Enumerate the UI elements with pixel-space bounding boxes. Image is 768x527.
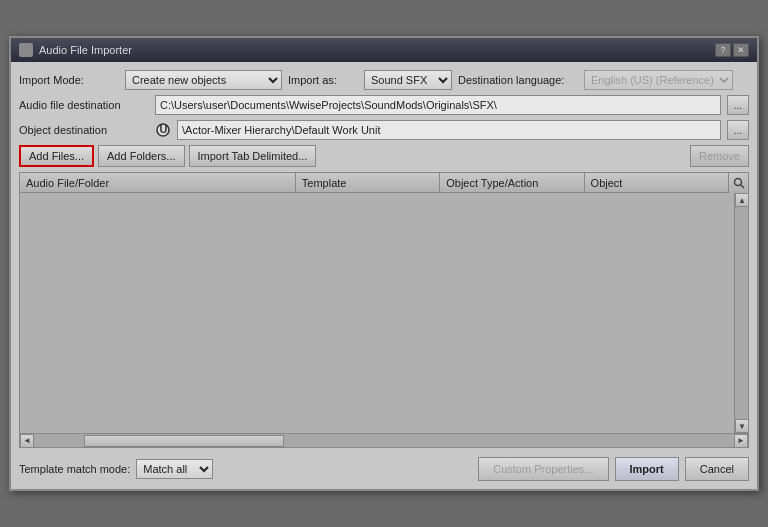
close-button[interactable]: ✕ <box>733 43 749 57</box>
column-object: Object <box>585 173 728 192</box>
column-object-type-action: Object Type/Action <box>440 173 584 192</box>
title-bar-controls: ? ✕ <box>715 43 749 57</box>
add-files-button[interactable]: Add Files... <box>19 145 94 167</box>
object-destination-row: Object destination U ... <box>19 120 749 140</box>
svg-line-3 <box>740 185 744 189</box>
import-button[interactable]: Import <box>615 457 679 481</box>
template-match-mode-select[interactable]: Match allMatch any <box>136 459 213 479</box>
import-tab-delimited-button[interactable]: Import Tab Delimited... <box>189 145 317 167</box>
actor-mixer-icon: U <box>155 122 171 138</box>
destination-language-select: English (US) (Reference) <box>584 70 733 90</box>
destination-language-label: Destination language: <box>458 74 578 86</box>
audio-file-destination-row: Audio file destination ... <box>19 95 749 115</box>
svg-text:U: U <box>160 123 168 135</box>
audio-importer-icon <box>19 43 33 57</box>
import-mode-label: Import Mode: <box>19 74 119 86</box>
scroll-right-button[interactable]: ► <box>734 434 748 448</box>
table-header: Audio File/Folder Template Object Type/A… <box>20 173 748 193</box>
table-body-wrapper: ▲ ▼ <box>20 193 748 433</box>
scroll-up-button[interactable]: ▲ <box>735 193 749 207</box>
title-bar-left: Audio File Importer <box>19 43 132 57</box>
help-button[interactable]: ? <box>715 43 731 57</box>
import-as-select[interactable]: Sound SFXSound VoiceMusic Track <box>364 70 452 90</box>
table-body <box>20 193 734 433</box>
audio-file-destination-input[interactable] <box>155 95 721 115</box>
bottom-row: Template match mode: Match allMatch any … <box>19 453 749 481</box>
dialog-body: Import Mode: Create new objectsUse exist… <box>11 62 757 489</box>
toolbar-row: Add Files... Add Folders... Import Tab D… <box>19 145 749 167</box>
table-search-icon[interactable] <box>728 173 748 193</box>
scroll-thumb-h[interactable] <box>84 435 284 447</box>
horizontal-scrollbar[interactable]: ◄ ► <box>20 433 748 447</box>
custom-properties-button[interactable]: Custom Properties... <box>478 457 608 481</box>
vertical-scrollbar[interactable]: ▲ ▼ <box>734 193 748 433</box>
scroll-left-button[interactable]: ◄ <box>20 434 34 448</box>
title-bar: Audio File Importer ? ✕ <box>11 38 757 62</box>
object-destination-label: Object destination <box>19 124 149 136</box>
scroll-track-h[interactable] <box>34 434 734 448</box>
scroll-down-button[interactable]: ▼ <box>735 419 749 433</box>
svg-point-2 <box>734 179 741 186</box>
import-as-label: Import as: <box>288 74 358 86</box>
browse-object-button[interactable]: ... <box>727 120 749 140</box>
template-match-mode-label: Template match mode: <box>19 463 130 475</box>
browse-audio-button[interactable]: ... <box>727 95 749 115</box>
cancel-button[interactable]: Cancel <box>685 457 749 481</box>
scroll-track-v[interactable] <box>735 207 748 419</box>
file-table: Audio File/Folder Template Object Type/A… <box>19 172 749 448</box>
audio-file-destination-label: Audio file destination <box>19 99 149 111</box>
column-template: Template <box>296 173 440 192</box>
column-audio-file-folder: Audio File/Folder <box>20 173 296 192</box>
remove-button[interactable]: Remove <box>690 145 749 167</box>
dialog-title: Audio File Importer <box>39 44 132 56</box>
import-mode-row: Import Mode: Create new objectsUse exist… <box>19 70 749 90</box>
import-mode-select[interactable]: Create new objectsUse existing objectsCr… <box>125 70 282 90</box>
add-folders-button[interactable]: Add Folders... <box>98 145 184 167</box>
object-destination-input[interactable] <box>177 120 721 140</box>
audio-file-importer-dialog: Audio File Importer ? ✕ Import Mode: Cre… <box>9 36 759 491</box>
